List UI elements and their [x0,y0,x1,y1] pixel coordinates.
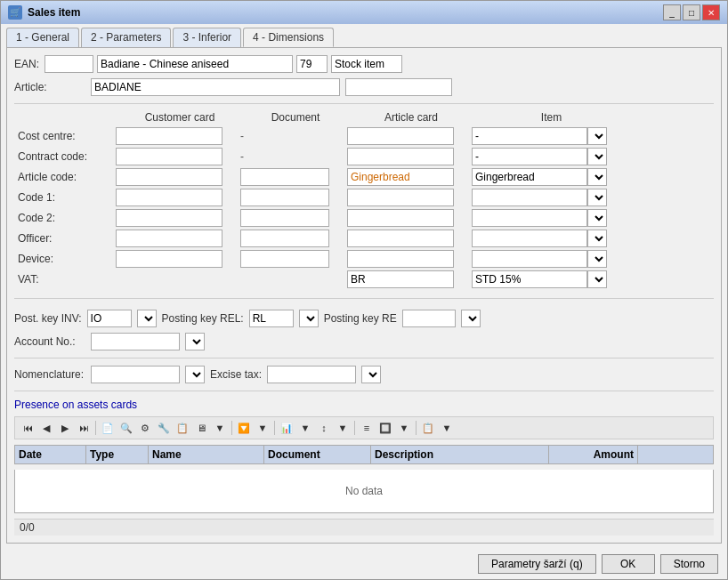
cost-centre-item-input[interactable] [472,127,587,145]
tb-list-button[interactable]: ≡ [358,419,376,437]
article-code-article-input[interactable] [347,168,454,186]
tb-export-button[interactable]: 📋 [419,419,437,437]
th-name: Name [149,446,264,463]
cost-centre-article-input[interactable] [347,127,454,145]
posting-key-rel-select[interactable] [299,310,319,327]
storno-button[interactable]: Storno [660,554,718,574]
tb-tool-button[interactable]: 🔧 [155,419,173,437]
tb-filter-drop-button[interactable]: ▼ [254,419,271,437]
code1-article-input[interactable] [347,189,454,206]
code2-item-input[interactable] [472,209,587,227]
tb-last-button[interactable]: ⏭ [75,419,93,437]
vat-item-input[interactable] [472,270,587,288]
officer-doc-input[interactable] [240,230,329,247]
article-code-customer-input[interactable] [116,168,222,186]
code1-row: Code 1: [18,189,710,206]
ean-stock[interactable] [331,55,402,73]
tb-chart-drop-button[interactable]: ▼ [296,419,314,437]
officer-item-input[interactable] [472,230,587,247]
code1-customer [116,189,240,206]
posting-key-inv-select[interactable] [137,310,157,327]
tb-sort-button[interactable]: ↕ [315,419,333,437]
officer-customer [116,230,240,247]
account-select[interactable] [185,333,205,350]
code2-item-select[interactable] [587,209,607,227]
article-row: Article: [14,78,714,96]
title-buttons: _ □ ✕ [663,4,720,20]
posting-key-re-select[interactable] [461,310,481,327]
tab-parameters[interactable]: 2 - Parameters [81,28,171,47]
device-doc-input[interactable] [240,250,329,268]
vat-item-select[interactable] [587,270,607,288]
code1-item-input[interactable] [472,189,587,206]
nomenclature-input[interactable] [91,366,180,383]
code1-doc-input[interactable] [240,189,329,206]
code2-article-input[interactable] [347,209,454,227]
code1-item-select[interactable] [587,189,607,206]
posting-key-rel-input[interactable] [249,310,294,327]
device-item-input[interactable] [472,250,587,268]
article-code-doc-input[interactable] [240,168,329,186]
close-button[interactable]: ✕ [702,4,720,20]
code1-doc [240,189,347,206]
tb-first-button[interactable]: ⏮ [19,419,36,437]
excise-tax-select[interactable] [361,366,381,383]
tb-sort-drop-button[interactable]: ▼ [334,419,352,437]
tb-copy-button[interactable]: 📋 [174,419,191,437]
tb-sep-4 [354,421,355,435]
contract-code-customer-input[interactable] [116,148,222,165]
tb-search-button[interactable]: 🔍 [117,419,135,437]
device-article-input[interactable] [347,250,454,268]
posting-key-inv-input[interactable] [87,310,132,327]
device-customer-input[interactable] [116,250,222,268]
officer-item-select[interactable] [587,230,607,247]
tb-chart-button[interactable]: 📊 [278,419,295,437]
grid-section: Customer card Document Article card Item… [14,111,714,291]
tab-dimensions[interactable]: 4 - Dimensions [243,28,334,47]
code2-customer-input[interactable] [116,209,222,227]
tb-export-drop-button[interactable]: ▼ [438,419,456,437]
cost-centre-customer-input[interactable] [116,127,222,145]
minimize-button[interactable]: _ [663,4,681,20]
vat-article-input[interactable] [347,270,454,288]
maximize-button[interactable]: □ [683,4,700,20]
article-extra[interactable] [345,78,452,96]
ean-number[interactable] [296,55,328,73]
article-code-item-input[interactable] [472,168,587,186]
code1-customer-input[interactable] [116,189,222,206]
device-item-select[interactable] [587,250,607,268]
tb-prev-button[interactable]: ◀ [37,419,55,437]
tb-view-drop-button[interactable]: ▼ [395,419,413,437]
tab-general[interactable]: 1 - General [6,28,79,47]
cost-centre-doc: - [240,130,347,142]
tb-next-button[interactable]: ▶ [56,419,74,437]
tb-new-button[interactable]: 📄 [99,419,117,437]
gh-item: Item [473,111,629,124]
account-row: Account No.: [14,333,714,350]
tb-edit-button[interactable]: ⚙ [136,419,154,437]
article-code-item-select[interactable] [587,168,607,186]
ean-input[interactable] [44,55,93,73]
contract-code-item-input[interactable] [472,148,587,165]
article-input[interactable] [91,78,340,96]
tab-inferior[interactable]: 3 - Inferior [173,28,241,47]
contract-code-article-input[interactable] [347,148,454,165]
posting-key-rel-label: Posting key REL: [162,312,244,325]
officer-article-input[interactable] [347,230,454,247]
ean-description[interactable] [97,55,293,73]
tb-filter-button[interactable]: 🔽 [235,419,253,437]
table-header: Date Type Name Document Description Amou… [14,445,714,464]
tb-grid-button[interactable]: 🔲 [376,419,394,437]
account-input[interactable] [91,333,180,350]
ok-button[interactable]: OK [602,554,655,574]
posting-key-re-input[interactable] [402,310,456,327]
parameters-sarzi-button[interactable]: Parametry šarží (q) [478,554,596,574]
cost-centre-item-select[interactable] [587,127,607,145]
excise-tax-input[interactable] [267,366,356,383]
tb-dropdown1-button[interactable]: ▼ [211,419,229,437]
officer-customer-input[interactable] [116,230,222,247]
contract-code-item-select[interactable] [587,148,607,165]
tb-screen-button[interactable]: 🖥 [192,419,210,437]
nomenclature-select[interactable] [185,366,205,383]
code2-doc-input[interactable] [240,209,329,227]
